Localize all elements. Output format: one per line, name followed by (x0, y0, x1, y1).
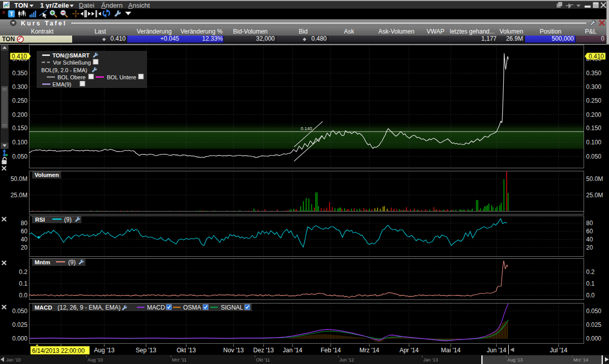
svg-text:80: 80 (21, 220, 28, 227)
svg-text:TON@SMART: TON@SMART (52, 52, 90, 58)
svg-text:0.410: 0.410 (589, 53, 604, 60)
svg-text:0.350: 0.350 (586, 70, 601, 77)
svg-text:20: 20 (586, 244, 593, 251)
svg-text:BOL Obere: BOL Obere (57, 74, 85, 80)
svg-text:MACD: MACD (35, 305, 52, 311)
svg-text:80: 80 (586, 220, 593, 227)
svg-text:Aug '13: Aug '13 (507, 357, 523, 362)
svg-text:40: 40 (586, 236, 593, 243)
svg-text:Apr '14: Apr '14 (399, 347, 419, 354)
svg-text:0.200: 0.200 (586, 111, 601, 118)
svg-text:0.000: 0.000 (586, 335, 601, 342)
svg-text:Nov '13: Nov '13 (223, 347, 244, 354)
svg-text:0.100: 0.100 (586, 139, 601, 146)
svg-text:Jul '14: Jul '14 (550, 347, 568, 354)
svg-text:0.150: 0.150 (586, 125, 601, 132)
svg-text:0.250: 0.250 (586, 97, 601, 104)
svg-text:0.0: 0.0 (586, 292, 595, 299)
svg-text:0.300: 0.300 (12, 83, 27, 90)
svg-text:50.0M: 50.0M (11, 175, 27, 183)
svg-text:0.000: 0.000 (12, 335, 27, 342)
svg-text:Mrz '14: Mrz '14 (360, 347, 380, 354)
svg-text:0.100: 0.100 (12, 139, 27, 146)
svg-text:Aug '10: Aug '10 (88, 357, 103, 362)
svg-text:50.0M: 50.0M (586, 175, 603, 183)
svg-text:60: 60 (586, 228, 593, 235)
svg-text:0.200: 0.200 (12, 111, 27, 118)
svg-text:0.300: 0.300 (586, 83, 601, 90)
svg-text:0.350: 0.350 (12, 70, 27, 77)
svg-text:MACD: MACD (147, 304, 165, 311)
svg-text:0.050: 0.050 (12, 308, 27, 315)
svg-text:OSMA: OSMA (183, 304, 201, 311)
svg-text:25.0M: 25.0M (11, 192, 27, 199)
svg-text:0.050: 0.050 (586, 308, 601, 315)
svg-text:Feb '14: Feb '14 (321, 347, 341, 354)
svg-text:20: 20 (21, 244, 28, 251)
svg-text:0.150: 0.150 (12, 125, 27, 132)
svg-text:0.2: 0.2 (586, 268, 595, 276)
svg-text:25.0M: 25.0M (586, 192, 603, 199)
svg-text:Vor Schließung: Vor Schließung (53, 59, 91, 66)
svg-text:0.250: 0.250 (12, 97, 27, 104)
svg-text:0.1: 0.1 (586, 280, 595, 287)
svg-text:Kurs Tafel: Kurs Tafel (21, 20, 67, 27)
svg-text:Dez '13: Dez '13 (253, 347, 274, 354)
svg-text:Aug '13: Aug '13 (94, 347, 115, 354)
svg-text:0.050: 0.050 (586, 153, 601, 160)
svg-text:0.025: 0.025 (586, 321, 601, 328)
svg-text:6/14/2013 22:00:00: 6/14/2013 22:00:00 (32, 347, 85, 354)
svg-text:(9): (9) (68, 259, 76, 266)
svg-text:Mrz '11: Mrz '11 (172, 357, 187, 362)
svg-text:Mrz '14: Mrz '14 (573, 357, 588, 362)
svg-text:T: T (10, 11, 13, 17)
svg-text:Jun '12: Jun '12 (339, 357, 354, 362)
svg-text:0.025: 0.025 (12, 321, 27, 328)
svg-text:Jan '13: Jan '13 (423, 357, 438, 362)
svg-text:Okt '11: Okt '11 (256, 357, 270, 362)
svg-text:Jun '14: Jun '14 (487, 347, 507, 354)
svg-text:40: 40 (21, 236, 28, 243)
svg-text:0.1: 0.1 (19, 280, 27, 287)
svg-text:0.410: 0.410 (12, 53, 27, 60)
svg-text:(9): (9) (64, 216, 72, 223)
svg-text:Mntm: Mntm (35, 259, 50, 265)
svg-text:BOL(9, 2.0 - EMA): BOL(9, 2.0 - EMA) (41, 67, 87, 73)
svg-text:Sep '13: Sep '13 (136, 347, 157, 354)
svg-text:Volumen: Volumen (35, 172, 59, 178)
svg-text:0.0: 0.0 (19, 292, 27, 299)
svg-text:(12, 26, 9 - EMA, EMA): (12, 26, 9 - EMA, EMA) (57, 304, 121, 311)
svg-text:SIGNAL: SIGNAL (221, 304, 243, 311)
svg-text:Jan '10: Jan '10 (6, 357, 21, 362)
svg-text:Okt '13: Okt '13 (177, 347, 196, 354)
svg-text:BOL Untere: BOL Untere (107, 74, 136, 80)
svg-text:RSI: RSI (35, 217, 45, 223)
svg-text:0.050: 0.050 (12, 153, 27, 160)
svg-text:0.140: 0.140 (301, 126, 312, 131)
svg-text:60: 60 (21, 228, 28, 235)
svg-text:Mai '14: Mai '14 (441, 347, 461, 354)
svg-text:Jan '14: Jan '14 (283, 347, 303, 354)
svg-text:0.2: 0.2 (19, 268, 27, 276)
svg-text:EMA(9): EMA(9) (52, 81, 71, 87)
